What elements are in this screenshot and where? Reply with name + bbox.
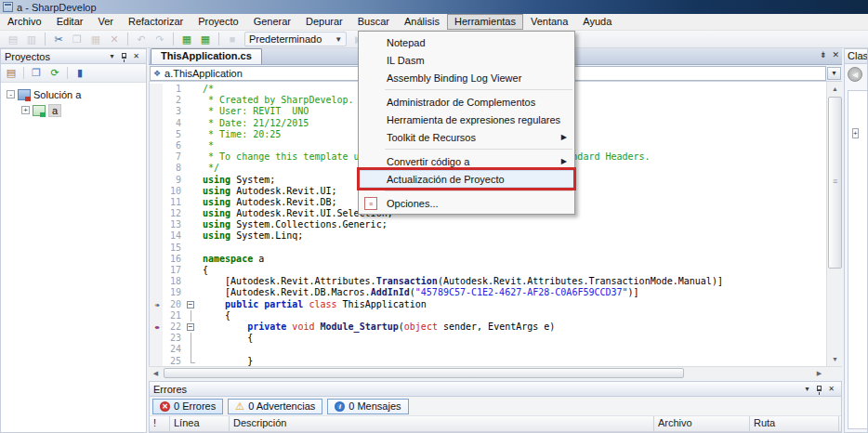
class-navigator-dropdown-icon[interactable]: ▼	[827, 67, 841, 80]
pin-icon[interactable]	[118, 52, 130, 60]
menu-depurar[interactable]: Depurar	[298, 14, 350, 30]
copy-icon[interactable]: ❐	[28, 66, 45, 81]
fold-collapse-icon[interactable]: −	[185, 299, 197, 310]
menu-separator	[385, 89, 572, 90]
menu-ventana[interactable]: Ventana	[523, 14, 575, 30]
column-header-![interactable]: !	[150, 416, 170, 431]
gutter	[150, 333, 163, 344]
menu-archivo[interactable]: Archivo	[0, 14, 49, 30]
save-icon: ▤	[5, 32, 21, 46]
menu-item-notepad[interactable]: Notepad	[359, 33, 574, 51]
panel-menu-icon[interactable]: ▾	[801, 385, 813, 393]
fold-margin	[185, 84, 197, 95]
menu-item-administrador-de-complementos[interactable]: Administrador de Complementos	[359, 93, 574, 111]
back-arrow-icon[interactable]: ◀	[848, 67, 862, 82]
menu-item-herramienta-de-expresiones-regulares[interactable]: Herramienta de expresiones regulares	[359, 111, 574, 128]
build-solution-icon[interactable]: ▦	[178, 32, 195, 46]
menu-item-label: Toolkit de Recursos	[387, 132, 476, 143]
scrollbar-thumb[interactable]	[828, 97, 842, 269]
submenu-arrow-icon: ▶	[561, 133, 567, 141]
menu-proyecto[interactable]: Proyecto	[191, 14, 245, 30]
gutter	[150, 186, 163, 197]
project-icon	[33, 105, 46, 116]
filter-button-advertencias[interactable]: ⚠0 Advertencias	[228, 399, 322, 414]
gutter	[150, 243, 163, 254]
code-line-25: 25 }	[150, 356, 826, 367]
code-line-15: 15	[150, 243, 826, 254]
toolbar-separator	[173, 33, 174, 46]
build-configuration-combo[interactable]: Predeterminado▼	[244, 32, 347, 46]
column-header-linea[interactable]: Línea	[170, 416, 230, 431]
code-text: [Autodesk.Revit.Attributes.Transaction(A…	[197, 276, 723, 287]
menu-ayuda[interactable]: Ayuda	[575, 14, 619, 30]
scrollbar-thumb[interactable]	[164, 368, 684, 378]
close-icon[interactable]: ✕	[825, 385, 837, 393]
menu-item-label: Herramienta de expresiones regulares	[387, 114, 560, 125]
code-text: * Time: 20:25	[197, 129, 281, 140]
tree-item-a[interactable]: +a	[1, 102, 146, 118]
menu-ver[interactable]: Ver	[90, 14, 121, 30]
tree-expander-plus-icon[interactable]: +	[21, 106, 30, 114]
scroll-down-icon[interactable]: ▼	[828, 352, 842, 366]
menu-editar[interactable]: Editar	[49, 14, 91, 30]
fold-margin	[185, 208, 197, 219]
filter-button-errores[interactable]: ✕0 Errores	[152, 399, 223, 414]
gutter	[150, 106, 163, 117]
properties-icon[interactable]: ▤	[3, 66, 20, 81]
toolbar-separator	[67, 67, 68, 79]
menu-item-convertir-codigo-a[interactable]: Convertir código a▶	[359, 152, 574, 170]
code-line-20: ◆◆20− public partial class ThisApplicati…	[150, 299, 826, 310]
build-project-icon[interactable]: ▦	[197, 32, 214, 46]
menu-item-il-dasm[interactable]: IL Dasm	[359, 51, 574, 69]
code-text: [Autodesk.Revit.DB.Macros.AddInId("45789…	[197, 287, 639, 298]
line-number: 4	[163, 118, 185, 129]
menu-item-label: Administrador de Complementos	[387, 97, 535, 108]
code-text: private void Module_Startup(object sende…	[197, 321, 555, 333]
fold-margin	[185, 344, 197, 355]
gutter	[150, 310, 163, 321]
editor-horizontal-scrollbar[interactable]: ◀ ▶	[149, 366, 842, 379]
tab-close-icon[interactable]: ✕	[832, 50, 839, 59]
filter-button-label: 0 Advertencias	[248, 400, 315, 412]
close-icon[interactable]: ✕	[130, 52, 142, 60]
scroll-left-icon[interactable]: ◀	[149, 367, 163, 379]
scroll-up-icon[interactable]: ▲	[828, 82, 842, 96]
column-header-ruta[interactable]: Ruta	[750, 416, 839, 431]
tab-thisapplication[interactable]: ThisApplication.cs	[151, 48, 262, 64]
fold-margin	[185, 118, 197, 129]
menu-refactorizar[interactable]: Refactorizar	[121, 14, 191, 30]
column-header-descripcion[interactable]: Descripción	[230, 416, 654, 431]
line-number: 6	[163, 140, 185, 151]
gutter	[150, 208, 163, 219]
tools-dropdown-menu: NotepadIL DasmAssembly Binding Log Viewe…	[358, 31, 575, 215]
class-bookmark-icon: ◆◆	[150, 299, 163, 310]
menu-generar[interactable]: Generar	[246, 14, 298, 30]
line-number: 7	[163, 151, 185, 163]
book-icon[interactable]: ▮	[72, 66, 88, 81]
fold-margin	[185, 95, 197, 106]
menu-item-actualizacion-de-proyecto[interactable]: Actualización de Proyecto	[359, 170, 574, 188]
scroll-right-icon[interactable]: ▶	[812, 367, 826, 379]
tree-expander-minus-icon[interactable]: -	[7, 90, 15, 98]
menu-item-opciones[interactable]: ≡Opciones...	[359, 194, 574, 212]
classes-panel-title: Clases	[845, 49, 867, 64]
cut-icon[interactable]: ✂	[50, 32, 67, 46]
pin-icon[interactable]	[813, 385, 825, 393]
refresh-icon[interactable]: ⟳	[46, 66, 63, 81]
filter-button-mensajes[interactable]: i0 Mensajes	[327, 399, 408, 414]
menu-buscar[interactable]: Buscar	[350, 14, 397, 30]
editor-vertical-scrollbar[interactable]: ▲ ▼	[826, 82, 842, 366]
menu-item-toolkit-de-recursos[interactable]: Toolkit de Recursos▶	[359, 128, 574, 146]
tab-list-icon[interactable]: ⇟	[820, 50, 827, 59]
tree-expander-plus-icon[interactable]: +	[852, 128, 859, 138]
menu-analisis[interactable]: Análisis	[397, 14, 447, 30]
code-text: * User: REVIT UNO	[197, 106, 309, 117]
menu-herramientas[interactable]: Herramientas	[447, 14, 523, 30]
fold-collapse-icon[interactable]: −	[185, 321, 197, 333]
menu-item-assembly-binding-log-viewer[interactable]: Assembly Binding Log Viewer	[359, 69, 574, 86]
panel-menu-icon[interactable]: ▾	[106, 52, 118, 60]
gutter	[150, 276, 163, 287]
fold-margin	[185, 197, 197, 208]
tree-item-soluciona[interactable]: -Solución a	[1, 86, 146, 102]
column-header-archivo[interactable]: Archivo	[654, 416, 750, 431]
